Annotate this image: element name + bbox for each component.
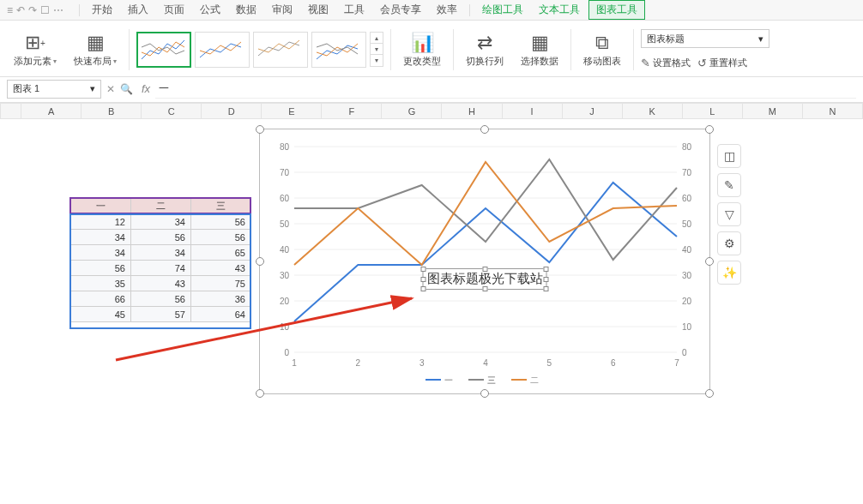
- switch-row-col-button[interactable]: ⇄ 切换行列: [461, 22, 509, 76]
- cell[interactable]: 43: [191, 261, 251, 276]
- edit-icon[interactable]: ✎: [717, 173, 741, 197]
- data-hdr-2[interactable]: 二: [131, 199, 191, 214]
- cell[interactable]: 45: [71, 307, 131, 322]
- cell[interactable]: 34: [131, 214, 191, 230]
- menu-efficiency[interactable]: 效率: [430, 1, 464, 19]
- menu-view[interactable]: 视图: [301, 1, 335, 19]
- cell[interactable]: 56: [191, 214, 251, 230]
- chart-style-icon[interactable]: ◫: [717, 144, 741, 168]
- menubar: ≡ ↶ ↷ ☐ ⋯ 开始 插入 页面 公式 数据 审阅 视图 工具 会员专享 效…: [0, 0, 863, 21]
- cell[interactable]: 65: [191, 245, 251, 261]
- tab-chart-tools[interactable]: 图表工具: [588, 0, 645, 20]
- svg-text:40: 40: [682, 245, 692, 255]
- tab-text-tools[interactable]: 文本工具: [532, 1, 587, 19]
- col-K[interactable]: K: [622, 104, 682, 119]
- cancel-icon[interactable]: ✕: [106, 83, 115, 95]
- settings-icon[interactable]: ⚙: [717, 231, 741, 255]
- svg-text:80: 80: [682, 142, 692, 152]
- reset-icon: ↺: [697, 57, 707, 69]
- gallery-scroll[interactable]: ▴ ▾ ▾: [370, 32, 383, 67]
- cell[interactable]: 35: [71, 276, 131, 291]
- cell[interactable]: 43: [131, 276, 191, 291]
- col-J[interactable]: J: [562, 104, 622, 119]
- col-C[interactable]: C: [142, 104, 202, 119]
- tab-drawing-tools[interactable]: 绘图工具: [475, 1, 530, 19]
- name-box[interactable]: 图表 1 ▾: [7, 80, 101, 99]
- undo-icon[interactable]: ↶: [16, 4, 25, 16]
- gallery-more-icon[interactable]: ▾: [371, 55, 383, 66]
- cell[interactable]: 56: [191, 230, 251, 245]
- cell[interactable]: 57: [131, 307, 191, 322]
- filter-icon[interactable]: ▽: [717, 202, 741, 226]
- chevron-down-icon: ▾: [758, 33, 763, 45]
- save-icon[interactable]: ☐: [40, 4, 50, 16]
- menu-member[interactable]: 会员专享: [373, 1, 428, 19]
- cell[interactable]: 34: [71, 230, 131, 245]
- style-thumb-2[interactable]: [195, 32, 250, 68]
- cell[interactable]: 56: [71, 261, 131, 276]
- cell[interactable]: 75: [191, 276, 251, 291]
- col-E[interactable]: E: [262, 104, 322, 119]
- gallery-down-icon[interactable]: ▾: [371, 44, 383, 55]
- col-M[interactable]: M: [742, 104, 802, 119]
- menu-insert[interactable]: 插入: [121, 1, 155, 19]
- redo-icon[interactable]: ↷: [28, 4, 37, 16]
- menu-start[interactable]: 开始: [85, 1, 119, 19]
- cell[interactable]: 66: [71, 291, 131, 307]
- menu-review[interactable]: 审阅: [265, 1, 299, 19]
- data-hdr-3[interactable]: 三: [191, 199, 251, 214]
- cell[interactable]: 74: [131, 261, 191, 276]
- style-thumb-4[interactable]: [311, 32, 366, 68]
- col-B[interactable]: B: [81, 104, 142, 119]
- cell[interactable]: 36: [191, 291, 251, 307]
- svg-text:三: 三: [487, 375, 496, 385]
- col-N[interactable]: N: [802, 104, 862, 119]
- col-L[interactable]: L: [682, 104, 742, 119]
- menu-tools[interactable]: 工具: [337, 1, 371, 19]
- style-thumb-3[interactable]: [253, 32, 308, 68]
- col-G[interactable]: G: [382, 104, 442, 119]
- col-D[interactable]: D: [202, 104, 262, 119]
- cell[interactable]: 56: [131, 230, 191, 245]
- data-hdr-1[interactable]: 一: [71, 199, 131, 214]
- cell[interactable]: 56: [131, 291, 191, 307]
- cell[interactable]: 34: [71, 245, 131, 261]
- svg-text:80: 80: [280, 142, 290, 152]
- reset-style-button[interactable]: ↺重置样式: [697, 57, 747, 69]
- menu-data[interactable]: 数据: [229, 1, 263, 19]
- more-icon[interactable]: ⋯: [53, 4, 63, 16]
- magic-icon[interactable]: ✨: [717, 261, 741, 285]
- col-A[interactable]: A: [21, 104, 81, 119]
- col-H[interactable]: H: [442, 104, 502, 119]
- col-I[interactable]: I: [502, 104, 562, 119]
- chart-title[interactable]: 图表标题极光下载站: [423, 268, 547, 290]
- formula-input[interactable]: [155, 80, 856, 99]
- set-format-button[interactable]: ✎设置格式: [641, 57, 691, 69]
- svg-text:0: 0: [682, 348, 687, 357]
- zoom-icon[interactable]: 🔍: [120, 83, 133, 95]
- col-F[interactable]: F: [322, 104, 382, 119]
- quick-layout-button[interactable]: ▦ 快速布局▾: [69, 22, 122, 76]
- menu-icon[interactable]: ≡: [7, 4, 13, 16]
- chart-style-gallery: ▴ ▾ ▾: [136, 32, 383, 68]
- style-thumb-1[interactable]: [136, 32, 191, 68]
- svg-text:1: 1: [292, 358, 297, 368]
- worksheet[interactable]: A B C D E F G H I J K L M N 一 二 三 123456…: [0, 103, 863, 504]
- cell[interactable]: 12: [71, 214, 131, 230]
- change-type-button[interactable]: 📊 更改类型: [398, 22, 446, 76]
- move-chart-button[interactable]: ⧉ 移动图表: [578, 22, 626, 76]
- chart-object[interactable]: 0010102020303040405050606070708080123456…: [259, 129, 710, 394]
- add-element-button[interactable]: ⊞+ 添加元素▾: [9, 22, 62, 76]
- formula-bar: 图表 1 ▾ ✕ 🔍 fx: [0, 77, 863, 103]
- fx-label: fx: [142, 82, 150, 95]
- data-region: 一 二 三 123456 345656 343465 567443 354375…: [70, 198, 251, 322]
- cell[interactable]: 34: [131, 245, 191, 261]
- menu-formula[interactable]: 公式: [193, 1, 227, 19]
- change-type-icon: 📊: [411, 31, 434, 55]
- chart-element-combo[interactable]: 图表标题 ▾: [641, 29, 769, 48]
- menu-page[interactable]: 页面: [157, 1, 191, 19]
- gallery-up-icon[interactable]: ▴: [371, 33, 383, 44]
- svg-text:30: 30: [280, 271, 290, 280]
- select-data-button[interactable]: ▦ 选择数据: [516, 22, 564, 76]
- cell[interactable]: 64: [191, 307, 251, 322]
